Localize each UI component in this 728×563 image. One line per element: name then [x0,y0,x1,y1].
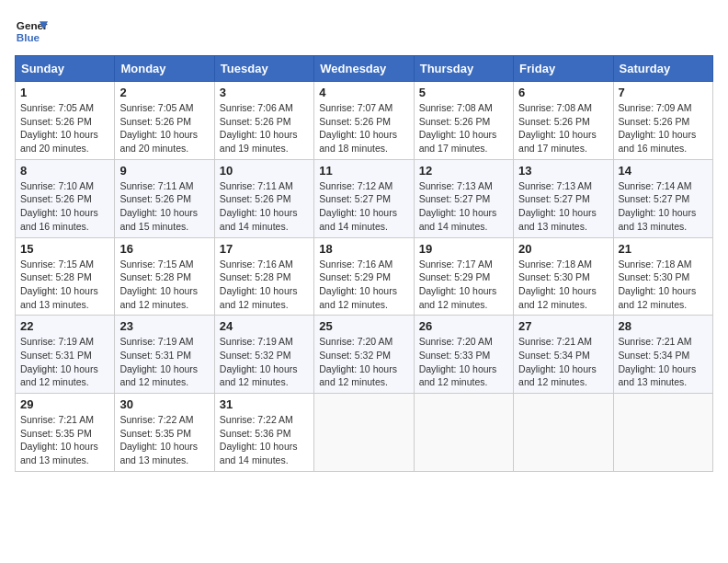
day-number: 3 [220,86,309,99]
calendar-cell: 28Sunrise: 7:21 AMSunset: 5:34 PMDayligh… [613,316,712,394]
calendar-cell: 24Sunrise: 7:19 AMSunset: 5:32 PMDayligh… [214,316,313,394]
day-info: Sunrise: 7:15 AMSunset: 5:28 PMDaylight:… [20,258,109,312]
calendar-header-row: SundayMondayTuesdayWednesdayThursdayFrid… [16,56,713,82]
calendar-cell: 10Sunrise: 7:11 AMSunset: 5:26 PMDayligh… [214,159,313,237]
calendar-cell: 19Sunrise: 7:17 AMSunset: 5:29 PMDayligh… [414,237,513,316]
day-number: 23 [119,319,209,333]
day-number: 12 [419,164,508,178]
calendar-cell [514,394,613,472]
calendar-cell: 30Sunrise: 7:22 AMSunset: 5:35 PMDayligh… [115,394,214,472]
day-info: Sunrise: 7:11 AMSunset: 5:26 PMDaylight:… [119,179,209,234]
day-info: Sunrise: 7:16 AMSunset: 5:28 PMDaylight:… [220,258,309,312]
calendar-week-row: 1Sunrise: 7:05 AMSunset: 5:26 PMDaylight… [16,82,713,160]
calendar-week-row: 8Sunrise: 7:10 AMSunset: 5:26 PMDaylight… [16,159,713,237]
calendar-cell: 17Sunrise: 7:16 AMSunset: 5:28 PMDayligh… [214,237,313,316]
calendar-cell: 6Sunrise: 7:08 AMSunset: 5:26 PMDaylight… [514,82,613,160]
calendar-cell: 4Sunrise: 7:07 AMSunset: 5:26 PMDaylight… [314,82,414,160]
day-info: Sunrise: 7:08 AMSunset: 5:26 PMDaylight:… [518,101,608,155]
day-info: Sunrise: 7:17 AMSunset: 5:29 PMDaylight:… [419,258,508,312]
day-info: Sunrise: 7:19 AMSunset: 5:31 PMDaylight:… [20,335,109,389]
calendar-table: SundayMondayTuesdayWednesdayThursdayFrid… [15,55,713,472]
calendar-cell: 11Sunrise: 7:12 AMSunset: 5:27 PMDayligh… [314,159,414,237]
day-number: 27 [518,319,608,333]
calendar-cell: 13Sunrise: 7:13 AMSunset: 5:27 PMDayligh… [514,159,613,237]
calendar-cell: 23Sunrise: 7:19 AMSunset: 5:31 PMDayligh… [115,316,214,394]
day-number: 5 [419,86,508,99]
calendar-cell: 2Sunrise: 7:05 AMSunset: 5:26 PMDaylight… [115,82,214,160]
day-number: 14 [619,164,708,178]
calendar-cell: 20Sunrise: 7:18 AMSunset: 5:30 PMDayligh… [514,237,613,316]
day-number: 28 [619,319,708,333]
day-info: Sunrise: 7:05 AMSunset: 5:26 PMDaylight:… [119,101,209,155]
day-number: 25 [319,319,408,333]
day-info: Sunrise: 7:15 AMSunset: 5:28 PMDaylight:… [119,258,209,312]
calendar-cell: 5Sunrise: 7:08 AMSunset: 5:26 PMDaylight… [414,82,513,160]
day-info: Sunrise: 7:20 AMSunset: 5:32 PMDaylight:… [319,335,408,389]
calendar-cell: 15Sunrise: 7:15 AMSunset: 5:28 PMDayligh… [16,237,115,316]
day-info: Sunrise: 7:16 AMSunset: 5:29 PMDaylight:… [319,258,408,312]
day-number: 9 [119,164,209,178]
weekday-header: Sunday [16,56,115,82]
day-number: 6 [518,86,608,99]
day-number: 29 [20,397,109,411]
day-info: Sunrise: 7:12 AMSunset: 5:27 PMDaylight:… [319,179,408,234]
day-number: 4 [319,86,408,99]
calendar-cell: 9Sunrise: 7:11 AMSunset: 5:26 PMDaylight… [115,159,214,237]
day-info: Sunrise: 7:08 AMSunset: 5:26 PMDaylight:… [419,101,508,155]
calendar-cell: 18Sunrise: 7:16 AMSunset: 5:29 PMDayligh… [314,237,414,316]
calendar-cell: 7Sunrise: 7:09 AMSunset: 5:26 PMDaylight… [613,82,712,160]
weekday-header: Thursday [414,56,513,82]
calendar-week-row: 29Sunrise: 7:21 AMSunset: 5:35 PMDayligh… [16,394,713,472]
day-info: Sunrise: 7:19 AMSunset: 5:32 PMDaylight:… [220,335,309,389]
day-number: 30 [119,397,209,411]
day-info: Sunrise: 7:21 AMSunset: 5:34 PMDaylight:… [619,335,708,389]
day-info: Sunrise: 7:07 AMSunset: 5:26 PMDaylight:… [319,101,408,155]
logo: General Blue [15,15,48,48]
calendar-cell [613,394,712,472]
calendar-cell: 8Sunrise: 7:10 AMSunset: 5:26 PMDaylight… [16,159,115,237]
calendar-cell: 1Sunrise: 7:05 AMSunset: 5:26 PMDaylight… [16,82,115,160]
weekday-header: Wednesday [314,56,414,82]
day-number: 24 [220,319,309,333]
day-info: Sunrise: 7:14 AMSunset: 5:27 PMDaylight:… [619,179,708,234]
day-number: 15 [20,242,109,256]
day-number: 10 [220,164,309,178]
calendar-cell: 29Sunrise: 7:21 AMSunset: 5:35 PMDayligh… [16,394,115,472]
header: General Blue [15,15,713,48]
day-info: Sunrise: 7:13 AMSunset: 5:27 PMDaylight:… [518,179,608,234]
logo-icon: General Blue [15,15,48,48]
day-info: Sunrise: 7:06 AMSunset: 5:26 PMDaylight:… [220,101,309,155]
day-info: Sunrise: 7:21 AMSunset: 5:35 PMDaylight:… [20,413,109,467]
day-info: Sunrise: 7:10 AMSunset: 5:26 PMDaylight:… [20,179,109,234]
calendar-week-row: 15Sunrise: 7:15 AMSunset: 5:28 PMDayligh… [16,237,713,316]
day-number: 2 [119,86,209,99]
calendar-cell: 14Sunrise: 7:14 AMSunset: 5:27 PMDayligh… [613,159,712,237]
day-info: Sunrise: 7:19 AMSunset: 5:31 PMDaylight:… [119,335,209,389]
weekday-header: Monday [115,56,214,82]
calendar-week-row: 22Sunrise: 7:19 AMSunset: 5:31 PMDayligh… [16,316,713,394]
day-number: 21 [619,242,708,256]
day-info: Sunrise: 7:20 AMSunset: 5:33 PMDaylight:… [419,335,508,389]
calendar-cell: 16Sunrise: 7:15 AMSunset: 5:28 PMDayligh… [115,237,214,316]
weekday-header: Friday [514,56,613,82]
weekday-header: Tuesday [214,56,313,82]
weekday-header: Saturday [613,56,712,82]
day-number: 18 [319,242,408,256]
day-number: 7 [619,86,708,99]
calendar-cell [314,394,414,472]
calendar-cell [414,394,513,472]
day-info: Sunrise: 7:18 AMSunset: 5:30 PMDaylight:… [518,258,608,312]
day-number: 22 [20,319,109,333]
day-number: 1 [20,86,109,99]
day-number: 20 [518,242,608,256]
calendar-cell: 22Sunrise: 7:19 AMSunset: 5:31 PMDayligh… [16,316,115,394]
day-info: Sunrise: 7:18 AMSunset: 5:30 PMDaylight:… [619,258,708,312]
day-info: Sunrise: 7:05 AMSunset: 5:26 PMDaylight:… [20,101,109,155]
calendar-cell: 3Sunrise: 7:06 AMSunset: 5:26 PMDaylight… [214,82,313,160]
day-number: 31 [220,397,309,411]
calendar-cell: 26Sunrise: 7:20 AMSunset: 5:33 PMDayligh… [414,316,513,394]
calendar-cell: 21Sunrise: 7:18 AMSunset: 5:30 PMDayligh… [613,237,712,316]
day-info: Sunrise: 7:21 AMSunset: 5:34 PMDaylight:… [518,335,608,389]
day-info: Sunrise: 7:22 AMSunset: 5:35 PMDaylight:… [119,413,209,467]
day-number: 19 [419,242,508,256]
